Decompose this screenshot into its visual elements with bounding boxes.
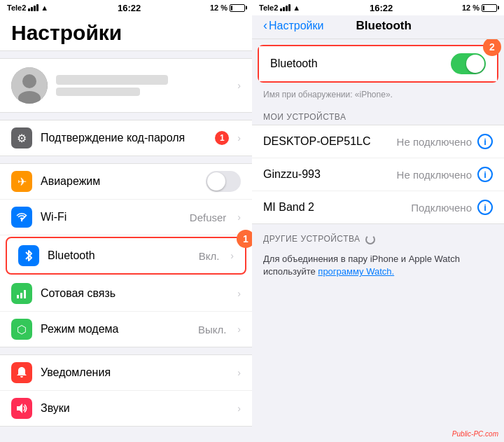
passcode-icon: ⚙ (11, 127, 32, 149)
bt-page[interactable]: Bluetooth 2 Имя при обнаружении: «iPhone… (252, 39, 504, 442)
time-left: 16:22 (118, 3, 141, 13)
wifi-value: Defuser (190, 212, 227, 223)
settings-item-airplane[interactable]: ✈ Авиарежим (0, 164, 252, 200)
passcode-badge: 1 (215, 131, 229, 145)
status-bar-right: Tele2 ▲ 16:22 12 % (252, 0, 504, 15)
wifi-status-icon: ▲ (293, 4, 300, 12)
svg-marker-7 (17, 403, 22, 413)
back-button[interactable]: ‹ Настройки (263, 18, 323, 33)
bt-toggle-row[interactable]: Bluetooth (259, 46, 497, 81)
left-phone: Tele2 ▲ 16:22 12 % Настройки (0, 0, 252, 442)
svg-point-1 (22, 74, 36, 88)
airplane-icon: ✈ (11, 171, 32, 192)
signal-icon (28, 4, 38, 11)
notifications-icon (11, 362, 32, 383)
battery-icon-right (482, 4, 497, 12)
device-item-1[interactable]: Ginzzu-993 Не подключено i (252, 158, 504, 191)
sounds-icon (11, 398, 32, 419)
status-right-left: 12 % (210, 4, 245, 12)
device-status-0: Не подключено (397, 136, 472, 148)
watch-link[interactable]: программу Watch. (318, 266, 394, 277)
bluetooth-chevron: › (230, 250, 234, 261)
battery-fill-right (483, 6, 484, 11)
hotspot-label: Режим модема (41, 323, 190, 336)
bluetooth-toggle-highlight: Bluetooth (258, 45, 498, 83)
device-name-1: Ginzzu-993 (263, 168, 397, 181)
bell-svg (16, 366, 27, 379)
other-devices-header: ДРУГИЕ УСТРОЙСТВА (252, 228, 504, 247)
settings-item-wifi[interactable]: Wi-Fi Defuser › (0, 200, 252, 235)
bt-toggle-knob (466, 55, 484, 73)
hotspot-value: Выкл. (198, 324, 226, 336)
signal-icon-right (280, 4, 290, 11)
other-devices-section: ДРУГИЕ УСТРОЙСТВА Для объединения в пару… (252, 228, 504, 286)
wifi-label: Wi-Fi (41, 211, 181, 223)
profile-info (56, 75, 229, 96)
cellular-label: Сотовая связь (41, 287, 229, 300)
wifi-chevron: › (237, 212, 241, 223)
airplane-label: Авиарежим (41, 175, 197, 188)
notifications-label: Уведомления (41, 366, 229, 379)
notifications-chevron: › (237, 367, 241, 378)
notifications-group: Уведомления › Звуки › (0, 354, 252, 427)
settings-item-bluetooth[interactable]: Bluetooth Вкл. › (6, 237, 246, 275)
airplane-toggle[interactable] (206, 171, 241, 192)
right-phone: Tele2 ▲ 16:22 12 % ‹ Настройки Bluetooth (252, 0, 504, 442)
device-info-btn-2[interactable]: i (477, 200, 493, 215)
settings-item-cellular[interactable]: Сотовая связь › (0, 276, 252, 312)
wifi-icon (11, 207, 32, 228)
device-status-2: Подключено (411, 202, 472, 214)
step-badge-1: 1 (237, 230, 252, 248)
page-title-left: Настройки (11, 21, 241, 45)
status-bar-left: Tele2 ▲ 16:22 12 % (0, 0, 252, 15)
device-item-0[interactable]: DESKTOP-OEP51LC Не подключено i (252, 125, 504, 158)
time-right: 16:22 (370, 3, 393, 13)
back-label: Настройки (269, 20, 323, 32)
settings-item-hotspot[interactable]: ⬡ Режим модема Выкл. › (0, 312, 252, 347)
status-right-right: 12 % (462, 4, 497, 12)
bluetooth-toggle-right[interactable] (451, 53, 486, 74)
battery-text-left: 12 % (210, 4, 227, 12)
cellular-icon (11, 283, 32, 304)
scanning-spinner (365, 235, 375, 244)
speaker-svg (15, 403, 28, 414)
profile-section[interactable]: › (0, 58, 252, 113)
status-left-right: Tele2 ▲ (259, 4, 300, 12)
hotspot-chevron: › (237, 324, 241, 335)
bluetooth-svg (24, 249, 34, 262)
svg-rect-6 (24, 290, 26, 298)
device-info-btn-0[interactable]: i (477, 134, 493, 149)
wifi-icon-left: ▲ (41, 4, 48, 12)
profile-chevron: › (237, 80, 241, 91)
my-devices-group: DESKTOP-OEP51LC Не подключено i Ginzzu-9… (252, 125, 504, 224)
battery-fill-left (231, 6, 232, 11)
nav-title-right: Bluetooth (356, 19, 412, 33)
sounds-chevron: › (237, 403, 241, 414)
back-chevron-icon: ‹ (263, 18, 267, 33)
passcode-chevron: › (237, 132, 241, 144)
device-item-2[interactable]: MI Band 2 Подключено i (252, 191, 504, 223)
svg-rect-4 (17, 295, 19, 298)
profile-name (56, 75, 168, 85)
avatar-image (11, 67, 48, 104)
settings-item-sounds[interactable]: Звуки › (0, 391, 252, 426)
bluetooth-icon (18, 245, 39, 266)
device-name-0: DESKTOP-OEP51LC (263, 135, 397, 148)
nav-bar-left: Настройки (0, 15, 252, 51)
watermark: Public-PC.com (452, 430, 498, 438)
wifi-svg (15, 212, 28, 222)
battery-text-right: 12 % (462, 4, 479, 12)
cellular-svg (16, 288, 27, 299)
settings-scroll-left[interactable]: › ⚙ Подтверждение код-пароля 1 › ✈ Авиар… (0, 51, 252, 442)
other-description: Для объединения в пару iPhone и Apple Wa… (252, 247, 504, 286)
discovery-text: Имя при обнаружении: «iPhone». (252, 85, 504, 106)
nav-bar-right: ‹ Настройки Bluetooth (252, 15, 504, 39)
device-info-btn-1[interactable]: i (477, 167, 493, 182)
bluetooth-label: Bluetooth (48, 249, 190, 262)
settings-item-notifications[interactable]: Уведомления › (0, 355, 252, 391)
settings-item-passcode[interactable]: ⚙ Подтверждение код-пароля 1 › (0, 120, 252, 156)
bluetooth-item-wrapper: Bluetooth Вкл. › 1 (0, 235, 252, 276)
carrier-left: Tele2 (7, 4, 26, 12)
status-left: Tele2 ▲ (7, 4, 48, 12)
sounds-label: Звуки (41, 402, 229, 415)
